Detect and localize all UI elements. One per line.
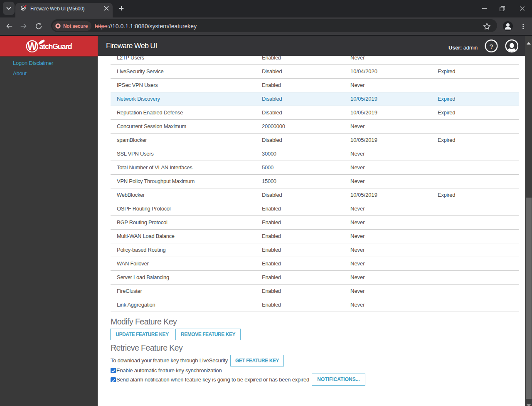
svg-text:?: ?	[490, 43, 493, 50]
svg-text:atchGuard: atchGuard	[39, 42, 72, 51]
svg-text:W: W	[27, 40, 37, 52]
